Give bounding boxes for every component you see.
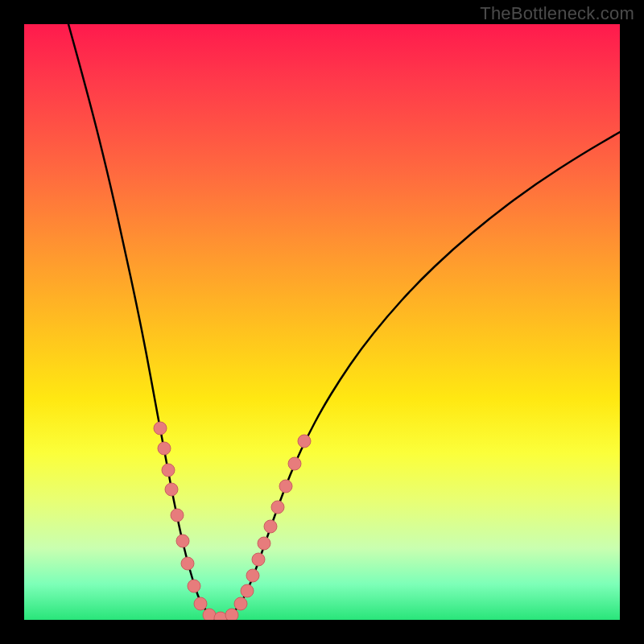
curve-dot <box>194 597 207 610</box>
curve-dot <box>264 520 277 533</box>
watermark-text: TheBottleneck.com <box>480 3 634 24</box>
curve-dot <box>241 584 254 597</box>
curve-dot <box>279 480 292 493</box>
curve-dot <box>288 457 301 470</box>
chart-svg <box>24 24 620 620</box>
curve-dot <box>181 557 194 570</box>
curve-dot <box>162 464 175 477</box>
curve-dot <box>258 537 270 550</box>
curve-dot <box>252 553 265 566</box>
curve-dot <box>225 609 238 620</box>
curve-dot <box>158 442 171 455</box>
curve-dot <box>298 435 311 448</box>
chart-frame: TheBottleneck.com <box>0 0 644 644</box>
curve-dots-group <box>154 422 311 620</box>
curve-right <box>221 132 620 618</box>
curve-dot <box>234 597 247 610</box>
curve-left <box>68 24 221 618</box>
curve-dot <box>171 509 184 522</box>
curve-dot <box>246 569 259 582</box>
curve-dot <box>154 422 167 435</box>
curve-dot <box>165 483 178 496</box>
curve-dot <box>271 501 284 514</box>
curve-dot <box>188 580 200 592</box>
plot-area <box>24 24 620 620</box>
curve-dot <box>176 535 189 547</box>
